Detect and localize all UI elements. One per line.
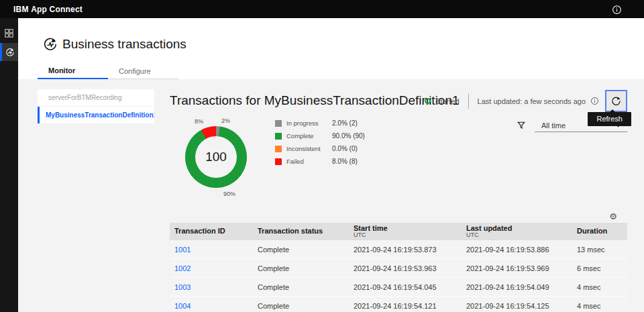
refresh-tooltip: Refresh [588, 112, 631, 126]
nav-dashboard-button[interactable] [0, 24, 18, 42]
legend-swatch [275, 158, 282, 165]
transaction-id-link[interactable]: 1004 [170, 302, 253, 310]
filter-button[interactable] [517, 121, 527, 132]
transaction-id-link[interactable]: 1003 [170, 283, 253, 291]
last-updated-text: Last updated: a few seconds ago [478, 97, 586, 105]
legend-swatch [275, 120, 282, 127]
legend-value: 8.0% (8) [332, 158, 358, 165]
tab-configure[interactable]: Configure [108, 63, 178, 79]
table-row: 1002Complete2021-09-24 16:19:53.9632021-… [170, 259, 627, 278]
transactions-table: Transaction IDTransaction statusStart ti… [170, 223, 627, 312]
donut-hole: 100 [195, 136, 237, 178]
legend-label: Failed [286, 158, 332, 165]
last-updated: 2021-09-24 16:19:53.886 [462, 246, 572, 254]
table-body: 1001Complete2021-09-24 16:19:53.8732021-… [170, 240, 627, 312]
transactions-heading: Transactions for MyBusinessTransactionDe… [170, 93, 460, 108]
nav-business-transactions-button[interactable] [0, 43, 18, 61]
table-row: 1001Complete2021-09-24 16:19:53.8732021-… [170, 240, 627, 259]
donut-chart-wrap: 100 2% 8% 90% [185, 126, 247, 188]
business-transactions-icon [5, 48, 15, 57]
legend-item[interactable]: Complete90.0% (90) [275, 132, 365, 140]
legend-item[interactable]: Failed8.0% (8) [275, 158, 365, 165]
app-title: IBM App Connect [13, 5, 83, 14]
column-header: Start timeUTC [349, 225, 462, 239]
duration: 13 msec [572, 246, 627, 254]
started-status-label: Started [435, 97, 459, 105]
definition-list: serverForBTMRecording MyBusinessTransact… [38, 89, 154, 123]
callout-in-progress: 2% [221, 117, 230, 124]
duration: 6 msec [572, 264, 627, 272]
table-settings-button[interactable]: ⚙ [607, 211, 619, 223]
last-updated: 2021-09-24 16:19:54.125 [462, 302, 572, 310]
duration: 4 msec [572, 302, 627, 310]
legend-value: 2.0% (2) [332, 119, 358, 127]
legend-value: 0.0% (0) [332, 145, 358, 152]
column-header: Last updatedUTC [462, 225, 572, 239]
help-info-button[interactable] [611, 4, 622, 15]
chart-legend: In progress2.0% (2)Complete90.0% (90)Inc… [275, 119, 365, 170]
list-item-server[interactable]: serverForBTMRecording [38, 89, 154, 106]
list-item-definition-selected[interactable]: MyBusinessTransactionDefinition1 [38, 107, 154, 123]
refresh-button[interactable] [605, 90, 627, 112]
tab-monitor[interactable]: Monitor [38, 63, 108, 79]
last-updated: 2021-09-24 16:19:53.969 [462, 264, 572, 272]
start-time: 2021-09-24 16:19:53.963 [349, 264, 462, 272]
transaction-status: Complete [253, 283, 349, 291]
last-updated: 2021-09-24 16:19:54.049 [462, 283, 572, 291]
legend-label: Complete [286, 132, 332, 140]
status-bar: Started Last updated: a few seconds ago [425, 90, 627, 112]
info-icon [612, 5, 622, 15]
time-range-value: All time [535, 121, 566, 129]
start-time: 2021-09-24 16:19:54.045 [349, 283, 462, 291]
start-time: 2021-09-24 16:19:53.873 [349, 246, 462, 254]
brand-product: App Connect [31, 5, 83, 14]
legend-label: Inconsistent [286, 145, 332, 152]
page-title: Business transactions [62, 37, 186, 52]
refresh-icon [611, 96, 621, 106]
legend-item[interactable]: In progress2.0% (2) [275, 119, 365, 127]
left-nav-rail [0, 18, 18, 312]
started-status-icon [425, 98, 431, 104]
legend-value: 90.0% (90) [332, 132, 365, 140]
filter-funnel-icon [517, 121, 526, 132]
legend-item[interactable]: Inconsistent0.0% (0) [275, 145, 365, 152]
transaction-id-link[interactable]: 1002 [170, 264, 253, 272]
divider [468, 94, 469, 109]
donut-total: 100 [205, 150, 227, 164]
transaction-status: Complete [253, 246, 349, 254]
last-updated-info-icon[interactable] [590, 97, 599, 105]
start-time: 2021-09-24 16:19:54.121 [349, 302, 462, 310]
app-header: IBM App Connect [0, 0, 644, 18]
table-row: 1004Complete2021-09-24 16:19:54.1212021-… [170, 297, 627, 312]
callout-complete: 90% [223, 191, 235, 197]
legend-swatch [275, 133, 282, 140]
donut-chart: 100 [185, 126, 247, 188]
duration: 4 msec [572, 283, 627, 291]
transaction-id-link[interactable]: 1001 [170, 246, 253, 254]
column-header: Transaction status [253, 227, 349, 236]
transaction-status: Complete [253, 264, 349, 272]
transaction-status: Complete [253, 302, 349, 310]
page-content: Business transactions Monitor Configure … [18, 18, 644, 312]
legend-label: In progress [286, 119, 332, 127]
table-header: Transaction IDTransaction statusStart ti… [170, 223, 627, 240]
tab-bar: Monitor Configure [38, 63, 178, 79]
dashboard-icon [5, 29, 13, 38]
brand-ibm: IBM [13, 5, 29, 14]
callout-failed: 8% [195, 118, 203, 125]
legend-swatch [275, 146, 282, 152]
business-transactions-title-icon [43, 37, 58, 52]
table-row: 1003Complete2021-09-24 16:19:54.0452021-… [170, 278, 627, 297]
gear-icon: ⚙ [609, 211, 617, 221]
column-header: Duration [572, 227, 627, 236]
column-header: Transaction ID [170, 227, 253, 236]
